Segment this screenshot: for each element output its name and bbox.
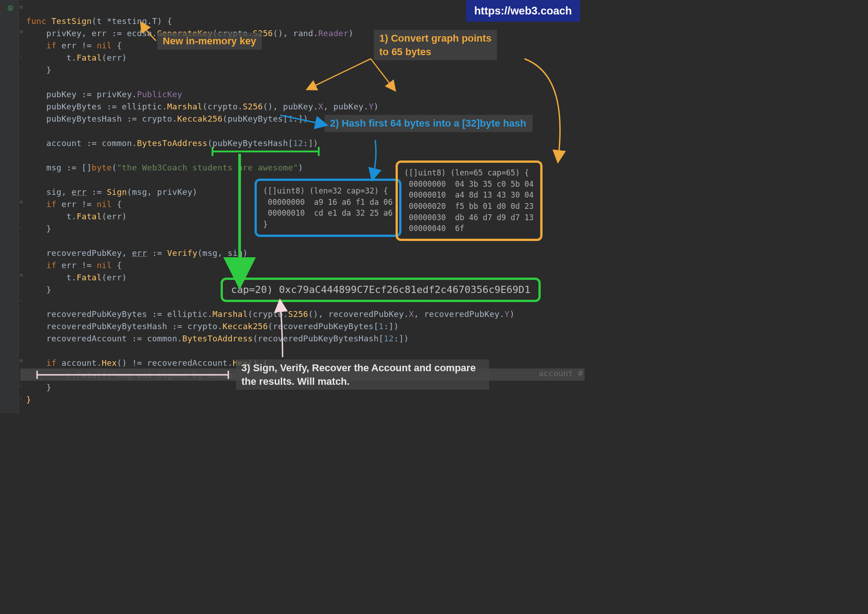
code-token: ): [298, 163, 303, 172]
code-token: :]): [303, 138, 318, 148]
code-token: (recoveredPubKeyBytes[: [268, 321, 379, 331]
code-token: Fatal: [76, 53, 102, 62]
hex-dump-65bytes: ([]uint8) (len=65 cap=65) { 00000000 04 …: [396, 161, 542, 241]
fold-marker[interactable]: ⌞: [20, 297, 24, 302]
hex-address: cap=20) 0xc79aC444899C7Ecf26c81edf2c4670…: [221, 278, 541, 302]
code-token: 1: [288, 114, 293, 123]
code-token: PublicKey: [137, 90, 182, 99]
code-token: (), pubKey.: [263, 102, 318, 111]
code-token: msg := []: [26, 163, 92, 172]
code-token: :=: [147, 248, 167, 258]
code-token: err !=: [61, 41, 97, 50]
editor-gutter: [0, 0, 19, 413]
code-token: account := common.: [26, 138, 137, 148]
fold-marker[interactable]: ⌞: [20, 382, 24, 388]
code-token: Y: [368, 102, 373, 111]
code-token: {: [112, 199, 122, 209]
code-hint-tail: account #: [538, 368, 583, 378]
code-token: (recoveredPubKeyBytesHash[: [253, 334, 384, 343]
code-token: recoveredAccount := common.: [26, 334, 182, 343]
annotation-step2: 2) Hash first 64 bytes into a [32]byte h…: [325, 115, 533, 132]
code-token: err: [132, 248, 147, 258]
code-token: Keccak256: [222, 321, 268, 331]
code-token: ) {: [157, 16, 172, 26]
code-token: if: [26, 358, 61, 368]
code-token: pubKeyBytes := elliptic.: [26, 102, 167, 111]
code-token: "msg was signed by account: [112, 370, 248, 380]
code-token: func: [26, 16, 52, 26]
code-token: if: [26, 199, 61, 209]
code-token: nil: [97, 41, 112, 50]
fold-marker[interactable]: ⌞: [20, 394, 24, 400]
run-test-icon[interactable]: [7, 4, 14, 10]
fold-marker[interactable]: ⊟: [20, 358, 24, 364]
code-token: :=: [87, 187, 107, 197]
code-token: err !=: [61, 260, 97, 270]
code-token: ): [349, 28, 354, 38]
code-token: Verify: [167, 248, 198, 258]
code-token: T: [152, 16, 157, 26]
code-token: pubKeyBytesHash := crypto.: [26, 114, 177, 123]
code-token: err: [71, 187, 86, 197]
code-token: BytesToAddress: [137, 138, 208, 148]
code-token: (pubKeyBytes[: [222, 114, 288, 123]
code-token: (err): [102, 273, 127, 282]
code-token: recoveredPubKeyBytesHash := crypto.: [26, 321, 222, 331]
code-token: if: [26, 260, 61, 270]
code-token: t.: [26, 53, 76, 62]
code-token: 12: [293, 138, 303, 148]
fold-marker[interactable]: ⊟: [20, 272, 24, 278]
code-token: if: [26, 41, 61, 50]
code-token: 1: [379, 321, 384, 331]
code-token: Y: [505, 309, 509, 319]
code-token: S256: [288, 309, 308, 319]
fold-marker[interactable]: ⌞: [20, 53, 24, 59]
code-token: byte: [92, 163, 112, 172]
code-token: recoveredPubKey,: [26, 248, 132, 258]
code-token: (msg, sig): [198, 248, 248, 258]
fold-marker[interactable]: ⊟: [20, 199, 24, 205]
code-token: t.: [26, 212, 76, 221]
code-token: Sign: [107, 187, 127, 197]
code-token: X: [318, 102, 323, 111]
code-token: privKey, err := ecdsa.: [26, 28, 157, 38]
fold-marker[interactable]: ⌞: [20, 223, 24, 229]
code-token: {: [112, 41, 122, 50]
code-token: }: [26, 383, 52, 392]
code-token: ): [509, 309, 514, 319]
annotation-step1: 1) Convert graph points to 65 bytes: [374, 30, 497, 60]
fold-marker[interactable]: ⊟: [20, 4, 24, 10]
code-token: , pubKey.: [323, 102, 368, 111]
code-token: err !=: [61, 199, 97, 209]
code-token: }: [26, 285, 52, 294]
code-token: t.: [26, 273, 76, 282]
code-token: t.: [26, 370, 76, 380]
code-token: }: [26, 395, 31, 404]
code-token: (), recoveredPubKey.: [308, 309, 409, 319]
hex-dump-32bytes: ([]uint8) (len=32 cap=32) { 00000000 a9 …: [255, 179, 401, 237]
code-token: S256: [243, 102, 263, 111]
code-token: :]): [384, 321, 399, 331]
fold-marker[interactable]: ⊟: [20, 28, 24, 34]
code-token: (crypto.: [203, 102, 243, 111]
code-token: (err): [102, 53, 127, 62]
code-token: Marshal: [212, 309, 248, 319]
code-token: :]): [394, 334, 409, 343]
code-token: (pubKeyBytesHash[: [208, 138, 293, 148]
code-token: account.: [61, 358, 102, 368]
code-token: :]): [293, 114, 308, 123]
site-banner[interactable]: https://web3.coach: [466, 0, 580, 22]
code-token: BytesToAddress: [182, 334, 253, 343]
annotation-step3: 3) Sign, Verify, Recover the Account and…: [236, 359, 489, 390]
code-token: sig,: [26, 187, 71, 197]
code-token: (crypto.: [248, 309, 288, 319]
code-token: Hex: [102, 358, 117, 368]
code-token: nil: [97, 260, 112, 270]
code-token: {: [112, 260, 122, 270]
code-token: (t *testing.: [92, 16, 152, 26]
code-token: (err): [102, 212, 127, 221]
code-token: 12: [384, 334, 394, 343]
code-token: X: [409, 309, 414, 319]
code-token: ): [374, 102, 379, 111]
code-token: (), rand.: [273, 28, 318, 38]
